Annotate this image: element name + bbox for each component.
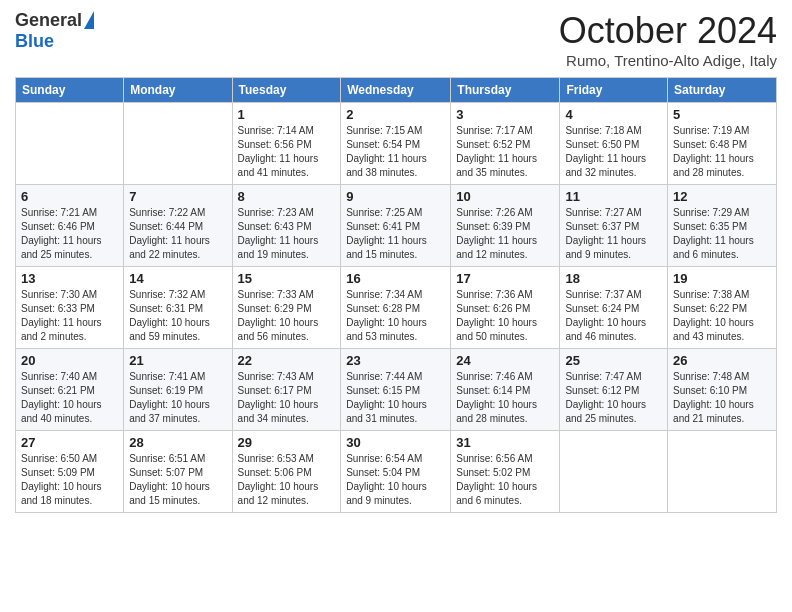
calendar-week-row: 6Sunrise: 7:21 AMSunset: 6:46 PMDaylight… (16, 185, 777, 267)
table-row: 11Sunrise: 7:27 AMSunset: 6:37 PMDayligh… (560, 185, 668, 267)
day-info: Sunrise: 6:50 AMSunset: 5:09 PMDaylight:… (21, 452, 118, 508)
table-row: 21Sunrise: 7:41 AMSunset: 6:19 PMDayligh… (124, 349, 232, 431)
day-info: Sunrise: 6:56 AMSunset: 5:02 PMDaylight:… (456, 452, 554, 508)
day-info: Sunrise: 7:43 AMSunset: 6:17 PMDaylight:… (238, 370, 336, 426)
day-info: Sunrise: 6:51 AMSunset: 5:07 PMDaylight:… (129, 452, 226, 508)
table-row: 15Sunrise: 7:33 AMSunset: 6:29 PMDayligh… (232, 267, 341, 349)
day-number: 16 (346, 271, 445, 286)
day-info: Sunrise: 6:53 AMSunset: 5:06 PMDaylight:… (238, 452, 336, 508)
logo-blue-text: Blue (15, 31, 54, 52)
day-number: 4 (565, 107, 662, 122)
calendar-week-row: 20Sunrise: 7:40 AMSunset: 6:21 PMDayligh… (16, 349, 777, 431)
day-info: Sunrise: 7:14 AMSunset: 6:56 PMDaylight:… (238, 124, 336, 180)
col-friday: Friday (560, 78, 668, 103)
day-number: 18 (565, 271, 662, 286)
day-number: 14 (129, 271, 226, 286)
col-tuesday: Tuesday (232, 78, 341, 103)
table-row: 31Sunrise: 6:56 AMSunset: 5:02 PMDayligh… (451, 431, 560, 513)
day-number: 13 (21, 271, 118, 286)
location-subtitle: Rumo, Trentino-Alto Adige, Italy (559, 52, 777, 69)
day-number: 8 (238, 189, 336, 204)
table-row: 17Sunrise: 7:36 AMSunset: 6:26 PMDayligh… (451, 267, 560, 349)
table-row (560, 431, 668, 513)
table-row: 5Sunrise: 7:19 AMSunset: 6:48 PMDaylight… (668, 103, 777, 185)
day-number: 30 (346, 435, 445, 450)
day-info: Sunrise: 7:46 AMSunset: 6:14 PMDaylight:… (456, 370, 554, 426)
day-number: 21 (129, 353, 226, 368)
day-info: Sunrise: 7:48 AMSunset: 6:10 PMDaylight:… (673, 370, 771, 426)
table-row: 19Sunrise: 7:38 AMSunset: 6:22 PMDayligh… (668, 267, 777, 349)
table-row: 1Sunrise: 7:14 AMSunset: 6:56 PMDaylight… (232, 103, 341, 185)
day-number: 25 (565, 353, 662, 368)
day-info: Sunrise: 7:17 AMSunset: 6:52 PMDaylight:… (456, 124, 554, 180)
table-row: 29Sunrise: 6:53 AMSunset: 5:06 PMDayligh… (232, 431, 341, 513)
day-number: 2 (346, 107, 445, 122)
day-info: Sunrise: 7:26 AMSunset: 6:39 PMDaylight:… (456, 206, 554, 262)
day-info: Sunrise: 7:29 AMSunset: 6:35 PMDaylight:… (673, 206, 771, 262)
col-thursday: Thursday (451, 78, 560, 103)
table-row: 8Sunrise: 7:23 AMSunset: 6:43 PMDaylight… (232, 185, 341, 267)
day-info: Sunrise: 7:30 AMSunset: 6:33 PMDaylight:… (21, 288, 118, 344)
table-row: 7Sunrise: 7:22 AMSunset: 6:44 PMDaylight… (124, 185, 232, 267)
day-info: Sunrise: 7:36 AMSunset: 6:26 PMDaylight:… (456, 288, 554, 344)
day-number: 22 (238, 353, 336, 368)
day-number: 26 (673, 353, 771, 368)
table-row: 3Sunrise: 7:17 AMSunset: 6:52 PMDaylight… (451, 103, 560, 185)
table-row: 4Sunrise: 7:18 AMSunset: 6:50 PMDaylight… (560, 103, 668, 185)
table-row (16, 103, 124, 185)
day-info: Sunrise: 7:15 AMSunset: 6:54 PMDaylight:… (346, 124, 445, 180)
day-info: Sunrise: 7:19 AMSunset: 6:48 PMDaylight:… (673, 124, 771, 180)
table-row: 30Sunrise: 6:54 AMSunset: 5:04 PMDayligh… (341, 431, 451, 513)
col-saturday: Saturday (668, 78, 777, 103)
day-info: Sunrise: 7:34 AMSunset: 6:28 PMDaylight:… (346, 288, 445, 344)
table-row: 23Sunrise: 7:44 AMSunset: 6:15 PMDayligh… (341, 349, 451, 431)
day-info: Sunrise: 7:41 AMSunset: 6:19 PMDaylight:… (129, 370, 226, 426)
page: General Blue October 2024 Rumo, Trentino… (0, 0, 792, 523)
table-row: 6Sunrise: 7:21 AMSunset: 6:46 PMDaylight… (16, 185, 124, 267)
day-number: 1 (238, 107, 336, 122)
calendar-table: Sunday Monday Tuesday Wednesday Thursday… (15, 77, 777, 513)
calendar-header-row: Sunday Monday Tuesday Wednesday Thursday… (16, 78, 777, 103)
day-info: Sunrise: 7:37 AMSunset: 6:24 PMDaylight:… (565, 288, 662, 344)
table-row: 28Sunrise: 6:51 AMSunset: 5:07 PMDayligh… (124, 431, 232, 513)
table-row: 24Sunrise: 7:46 AMSunset: 6:14 PMDayligh… (451, 349, 560, 431)
day-number: 7 (129, 189, 226, 204)
day-info: Sunrise: 7:33 AMSunset: 6:29 PMDaylight:… (238, 288, 336, 344)
day-info: Sunrise: 7:38 AMSunset: 6:22 PMDaylight:… (673, 288, 771, 344)
table-row (124, 103, 232, 185)
month-title: October 2024 (559, 10, 777, 52)
day-info: Sunrise: 7:18 AMSunset: 6:50 PMDaylight:… (565, 124, 662, 180)
calendar-week-row: 1Sunrise: 7:14 AMSunset: 6:56 PMDaylight… (16, 103, 777, 185)
day-info: Sunrise: 7:27 AMSunset: 6:37 PMDaylight:… (565, 206, 662, 262)
day-info: Sunrise: 7:32 AMSunset: 6:31 PMDaylight:… (129, 288, 226, 344)
day-number: 31 (456, 435, 554, 450)
header: General Blue October 2024 Rumo, Trentino… (15, 10, 777, 69)
table-row: 10Sunrise: 7:26 AMSunset: 6:39 PMDayligh… (451, 185, 560, 267)
col-wednesday: Wednesday (341, 78, 451, 103)
day-info: Sunrise: 7:21 AMSunset: 6:46 PMDaylight:… (21, 206, 118, 262)
day-number: 3 (456, 107, 554, 122)
logo: General Blue (15, 10, 94, 52)
table-row: 27Sunrise: 6:50 AMSunset: 5:09 PMDayligh… (16, 431, 124, 513)
day-number: 6 (21, 189, 118, 204)
calendar-week-row: 13Sunrise: 7:30 AMSunset: 6:33 PMDayligh… (16, 267, 777, 349)
day-number: 28 (129, 435, 226, 450)
day-number: 11 (565, 189, 662, 204)
day-info: Sunrise: 7:44 AMSunset: 6:15 PMDaylight:… (346, 370, 445, 426)
table-row: 12Sunrise: 7:29 AMSunset: 6:35 PMDayligh… (668, 185, 777, 267)
table-row: 9Sunrise: 7:25 AMSunset: 6:41 PMDaylight… (341, 185, 451, 267)
day-number: 5 (673, 107, 771, 122)
day-number: 20 (21, 353, 118, 368)
calendar-week-row: 27Sunrise: 6:50 AMSunset: 5:09 PMDayligh… (16, 431, 777, 513)
day-number: 19 (673, 271, 771, 286)
day-info: Sunrise: 7:22 AMSunset: 6:44 PMDaylight:… (129, 206, 226, 262)
table-row: 22Sunrise: 7:43 AMSunset: 6:17 PMDayligh… (232, 349, 341, 431)
day-number: 12 (673, 189, 771, 204)
table-row: 18Sunrise: 7:37 AMSunset: 6:24 PMDayligh… (560, 267, 668, 349)
table-row: 16Sunrise: 7:34 AMSunset: 6:28 PMDayligh… (341, 267, 451, 349)
table-row: 26Sunrise: 7:48 AMSunset: 6:10 PMDayligh… (668, 349, 777, 431)
table-row: 20Sunrise: 7:40 AMSunset: 6:21 PMDayligh… (16, 349, 124, 431)
day-info: Sunrise: 6:54 AMSunset: 5:04 PMDaylight:… (346, 452, 445, 508)
day-number: 17 (456, 271, 554, 286)
col-monday: Monday (124, 78, 232, 103)
